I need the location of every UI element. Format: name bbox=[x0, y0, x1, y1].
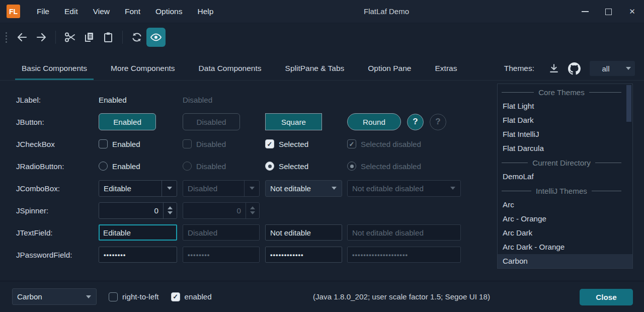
chevron-down-icon bbox=[327, 181, 342, 196]
checkbox-selected[interactable]: ✓ Selected bbox=[265, 139, 347, 148]
jcheckbox-row: JCheckBox Enabled Disabled ✓ Selected ✓ … bbox=[16, 133, 486, 155]
spinner-up-icon bbox=[250, 206, 255, 209]
radio-icon bbox=[99, 162, 108, 171]
back-button[interactable] bbox=[13, 28, 32, 47]
menu-view[interactable]: View bbox=[86, 0, 117, 23]
textfield-editable-focused[interactable]: Editable bbox=[99, 224, 177, 241]
textfield-not-editable[interactable]: Not editable bbox=[265, 224, 342, 241]
theme-item-arc-orange[interactable]: Arc - Orange bbox=[498, 212, 632, 226]
combobox-value: Editable bbox=[99, 184, 162, 193]
theme-item-arc-dark-orange[interactable]: Arc Dark - Orange bbox=[498, 240, 632, 254]
refresh-button[interactable] bbox=[127, 28, 146, 47]
theme-item-arc[interactable]: Arc bbox=[498, 198, 632, 212]
github-link-button[interactable] bbox=[566, 60, 583, 76]
menu-file[interactable]: File bbox=[29, 0, 57, 23]
radio-selected[interactable]: Selected bbox=[265, 162, 347, 171]
maximize-button[interactable] bbox=[597, 0, 620, 23]
textfield-not-editable-disabled: Not editable disabled bbox=[347, 224, 461, 241]
tab-option-pane[interactable]: Option Pane bbox=[361, 56, 418, 80]
runtime-info-text: (Java 1.8.0_202; user scale factor 1.5; … bbox=[223, 292, 580, 301]
paste-clipboard-icon bbox=[102, 31, 114, 43]
back-arrow-icon bbox=[16, 31, 28, 43]
help-button[interactable]: ? bbox=[407, 114, 424, 130]
tab-more-components[interactable]: More Components bbox=[104, 56, 182, 80]
checkbox-selected-label: Selected bbox=[279, 140, 308, 148]
checkbox-enabled[interactable]: Enabled bbox=[99, 139, 183, 148]
scrollbar-thumb[interactable] bbox=[626, 85, 631, 122]
combobox-value: Not editable bbox=[266, 184, 327, 193]
passwordfield-not-editable-disabled: •••••••••••••••••••• bbox=[347, 247, 461, 263]
toolbar-separator bbox=[122, 31, 123, 44]
forward-button[interactable] bbox=[32, 28, 51, 47]
chevron-down-icon[interactable] bbox=[162, 181, 177, 196]
window-controls: ✕ bbox=[573, 0, 644, 23]
spinner-down-icon[interactable] bbox=[168, 211, 173, 214]
maximize-icon bbox=[605, 9, 612, 15]
spinner-enabled[interactable]: 0 bbox=[99, 202, 177, 219]
spinner-arrows[interactable] bbox=[163, 203, 177, 218]
jpasswordfield-row-label: JPasswordField: bbox=[16, 251, 99, 259]
menu-edit[interactable]: Edit bbox=[57, 0, 86, 23]
jcombobox-row: JComboBox: Editable Disabled Not editabl… bbox=[16, 177, 486, 199]
themes-filter-combobox[interactable]: all bbox=[590, 61, 635, 76]
show-hover-info-toggle-button[interactable] bbox=[146, 28, 166, 47]
spinner-value[interactable]: 0 bbox=[99, 203, 163, 218]
theme-selector-combobox[interactable]: Carbon bbox=[12, 288, 97, 305]
cut-button[interactable] bbox=[60, 28, 79, 47]
jlabel-disabled: Disabled bbox=[183, 96, 265, 104]
combobox-not-editable[interactable]: Not editable bbox=[265, 180, 342, 197]
toolbar-drag-grip[interactable] bbox=[6, 32, 7, 43]
jradiobutton-row-label: JRadioButton: bbox=[16, 162, 99, 171]
theme-item-flat-dark[interactable]: Flat Dark bbox=[498, 113, 632, 127]
radio-selected-icon bbox=[347, 162, 356, 171]
basic-components-panel: JLabel: Enabled Disabled JButton: Enable… bbox=[0, 81, 486, 266]
help-button-disabled: ? bbox=[430, 114, 446, 130]
status-bar: Carbon right-to-left ✓ enabled (Java 1.8… bbox=[0, 281, 644, 312]
jradiobutton-row: JRadioButton: Enabled Disabled Selected … bbox=[16, 155, 486, 177]
enabled-button[interactable]: Enabled bbox=[99, 113, 156, 130]
download-themes-button[interactable] bbox=[545, 60, 562, 76]
tab-data-components[interactable]: Data Components bbox=[192, 56, 268, 80]
right-to-left-checkbox[interactable]: right-to-left bbox=[109, 292, 159, 301]
theme-item-demolaf[interactable]: DemoLaf bbox=[498, 170, 632, 184]
chevron-down-icon bbox=[81, 289, 96, 304]
round-button[interactable]: Round bbox=[347, 113, 401, 130]
close-button[interactable]: Close bbox=[580, 289, 633, 305]
radio-enabled[interactable]: Enabled bbox=[99, 162, 183, 171]
combobox-disabled: Disabled bbox=[183, 180, 260, 197]
radio-selected-icon bbox=[265, 162, 274, 171]
passwordfield-editable[interactable]: •••••••• bbox=[99, 247, 177, 263]
radio-enabled-label: Enabled bbox=[112, 162, 140, 171]
radio-icon bbox=[183, 162, 192, 171]
eye-icon bbox=[150, 31, 162, 43]
copy-button[interactable] bbox=[79, 28, 99, 47]
combobox-value: Disabled bbox=[183, 184, 244, 193]
passwordfield-not-editable[interactable]: •••••••••••• bbox=[265, 247, 342, 263]
theme-item-carbon[interactable]: Carbon bbox=[498, 254, 632, 268]
menu-options[interactable]: Options bbox=[148, 0, 190, 23]
refresh-icon bbox=[131, 31, 143, 43]
tab-basic-components[interactable]: Basic Components bbox=[15, 56, 94, 80]
theme-item-arc-dark[interactable]: Arc Dark bbox=[498, 226, 632, 240]
spinner-up-icon[interactable] bbox=[168, 206, 173, 209]
theme-item-flat-light[interactable]: Flat Light bbox=[498, 99, 632, 113]
theme-item-flat-intellij[interactable]: Flat IntelliJ bbox=[498, 127, 632, 141]
theme-item-flat-darcula[interactable]: Flat Darcula bbox=[498, 141, 632, 155]
combobox-not-editable-disabled: Not editable disabled bbox=[347, 180, 461, 197]
minimize-button[interactable] bbox=[573, 0, 597, 23]
square-button[interactable]: Square bbox=[265, 113, 322, 130]
close-window-button[interactable]: ✕ bbox=[620, 0, 644, 23]
themes-scrollbar[interactable] bbox=[626, 85, 631, 267]
spinner-disabled: 0 bbox=[183, 202, 260, 219]
tab-extras[interactable]: Extras bbox=[429, 56, 464, 80]
tab-splitpane-tabs[interactable]: SplitPane & Tabs bbox=[279, 56, 351, 80]
combobox-editable[interactable]: Editable bbox=[99, 180, 177, 197]
enabled-checkbox[interactable]: ✓ enabled bbox=[171, 292, 212, 301]
menu-font[interactable]: Font bbox=[117, 0, 148, 23]
download-icon bbox=[548, 63, 559, 74]
paste-button[interactable] bbox=[99, 28, 118, 47]
combobox-value: Not editable disabled bbox=[348, 184, 445, 193]
app-logo-icon: FL bbox=[7, 5, 20, 18]
right-to-left-label: right-to-left bbox=[122, 292, 159, 301]
menu-help[interactable]: Help bbox=[190, 0, 221, 23]
